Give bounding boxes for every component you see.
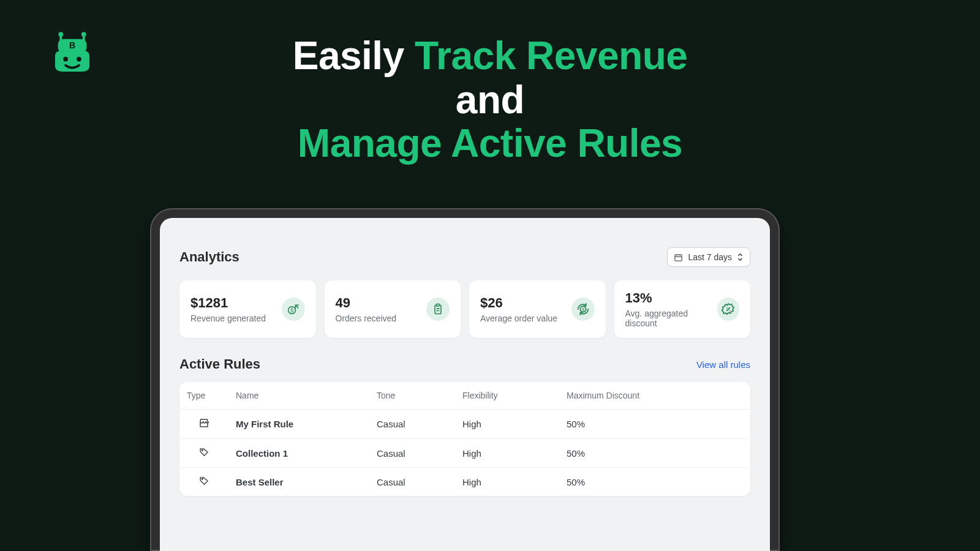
table-header-row: Type Name Tone Flexibility Maximum Disco… (179, 382, 750, 410)
metric-revenue: $1281 Revenue generated $ (179, 280, 316, 338)
tag-outline-icon (199, 447, 209, 457)
tag-outline-icon (199, 476, 209, 486)
metric-label: Revenue generated (190, 313, 266, 323)
header-flexibility: Flexibility (455, 382, 559, 410)
header-type: Type (179, 382, 228, 410)
dollar-cycle-icon: $ (571, 298, 595, 321)
clipboard-icon (426, 298, 450, 321)
rule-name: My First Rule (228, 410, 369, 439)
metric-label: Orders received (336, 313, 397, 323)
svg-point-21 (726, 307, 728, 309)
svg-point-23 (202, 449, 203, 451)
table-row[interactable]: Collection 1 Casual High 50% (179, 439, 750, 468)
svg-point-24 (202, 478, 203, 479)
rule-flex: High (455, 468, 559, 497)
svg-rect-7 (675, 255, 682, 261)
svg-rect-15 (437, 304, 440, 306)
rule-tone: Casual (369, 439, 455, 468)
app-screen: Analytics Last 7 days $1281 (160, 218, 770, 551)
metric-value: $26 (480, 295, 557, 311)
metrics-row: $1281 Revenue generated $ 49 Orders rece… (179, 280, 750, 338)
svg-text:$: $ (581, 307, 584, 312)
hero-headline: Easily Track Revenue and Manage Active R… (0, 34, 980, 166)
calendar-icon (674, 253, 683, 262)
analytics-title: Analytics (179, 249, 239, 265)
rule-max-discount: 50% (559, 468, 750, 497)
hero-line1-white: Easily (293, 34, 415, 78)
header-max-discount: Maximum Discount (559, 382, 750, 410)
metric-value: 13% (625, 290, 717, 306)
rule-flex: High (455, 439, 559, 468)
rule-max-discount: 50% (559, 439, 750, 468)
hero-line2-white: and (456, 78, 524, 122)
table-row[interactable]: Best Seller Casual High 50% (179, 468, 750, 497)
hero-line1-green: Track Revenue (415, 34, 687, 78)
percent-badge-icon (717, 298, 739, 321)
up-down-icon (737, 253, 744, 261)
dollar-up-icon: $ (282, 298, 305, 321)
table-row[interactable]: My First Rule Casual High 50% (179, 410, 750, 439)
metric-orders: 49 Orders received (325, 280, 461, 338)
view-all-rules-link[interactable]: View all rules (696, 359, 750, 370)
svg-text:$: $ (290, 307, 293, 313)
metric-aov: $26 Average order value $ (469, 280, 606, 338)
date-range-picker[interactable]: Last 7 days (667, 247, 750, 267)
metric-label: Avg. aggregated discount (625, 309, 717, 328)
laptop-frame: Analytics Last 7 days $1281 (150, 208, 780, 551)
rule-tone: Casual (369, 410, 455, 439)
header-tone: Tone (369, 382, 455, 410)
rule-name: Collection 1 (228, 439, 369, 468)
rule-flex: High (455, 410, 559, 439)
metric-label: Average order value (480, 313, 557, 323)
metric-value: 49 (336, 295, 397, 311)
metric-value: $1281 (190, 295, 266, 311)
active-rules-title: Active Rules (179, 356, 260, 372)
metric-discount: 13% Avg. aggregated discount (614, 280, 751, 338)
rules-table: Type Name Tone Flexibility Maximum Disco… (179, 382, 750, 496)
svg-point-22 (729, 310, 730, 311)
rule-max-discount: 50% (559, 410, 750, 439)
hero-line3-green: Manage Active Rules (298, 121, 682, 165)
rule-name: Best Seller (228, 468, 369, 497)
date-range-label: Last 7 days (688, 252, 732, 262)
rule-tone: Casual (369, 468, 455, 497)
header-name: Name (228, 382, 369, 410)
storefront-icon (198, 418, 209, 429)
